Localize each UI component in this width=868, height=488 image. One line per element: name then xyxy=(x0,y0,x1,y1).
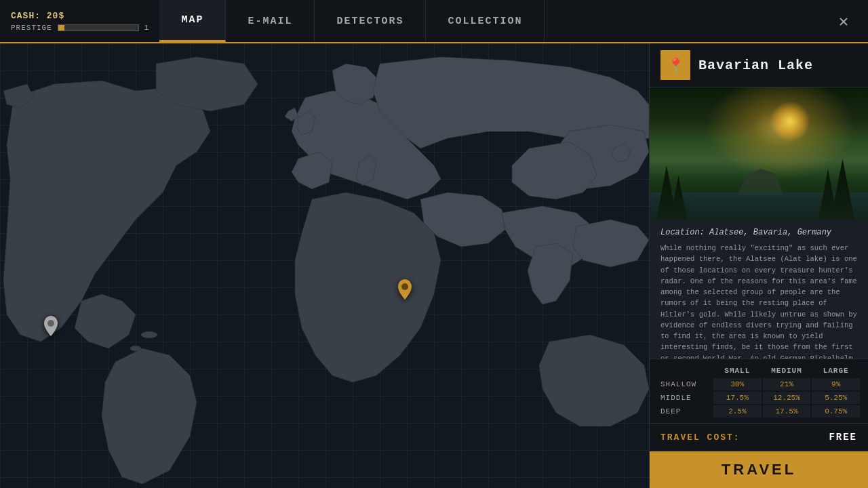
stats-deep-small: 2.5% xyxy=(713,405,762,418)
stats-grid: SMALL MEDIUM LARGE SHALLOW 30% 21% 9% MI… xyxy=(658,365,860,418)
description-area: Location: Alatsee, Bavaria, Germany Whil… xyxy=(650,220,868,359)
tree-1 xyxy=(656,165,677,220)
tab-collection[interactable]: COLLECTION xyxy=(426,0,545,42)
prestige-bar xyxy=(58,24,139,31)
map-pin-europe[interactable] xyxy=(397,279,413,303)
water-reflection xyxy=(650,192,868,220)
cash-label: CASH: 20$ xyxy=(11,11,149,21)
cash-prestige-area: CASH: 20$ PRESTIGE 1 xyxy=(0,11,159,32)
world-map-svg xyxy=(0,43,649,488)
nav-tabs: MAP E-MAIL DETECTORS COLLECTION xyxy=(159,0,545,42)
rock-shape xyxy=(737,162,785,196)
topbar: CASH: 20$ PRESTIGE 1 MAP E-MAIL DETECTOR… xyxy=(0,0,868,43)
stats-deep-large: 0.75% xyxy=(812,405,860,418)
travel-button[interactable]: TRAVEL xyxy=(650,451,868,488)
svg-point-3 xyxy=(47,320,54,327)
stats-shallow-small: 30% xyxy=(713,378,762,390)
tree-2 xyxy=(670,176,687,220)
location-description: While nothing really "exciting" as such … xyxy=(660,243,857,359)
tab-map[interactable]: MAP xyxy=(159,0,226,42)
stats-label-deep: DEEP xyxy=(658,405,712,418)
right-panel: 📍 Bavarian Lake Location: Alatsee, Bavar… xyxy=(649,43,868,488)
map-area[interactable] xyxy=(0,43,649,488)
stats-middle-large: 5.25% xyxy=(812,392,860,404)
close-button[interactable]: ✕ xyxy=(830,7,857,35)
location-image xyxy=(650,87,868,220)
location-subtitle: Location: Alatsee, Bavaria, Germany xyxy=(660,228,857,237)
stats-header-small: SMALL xyxy=(713,365,762,377)
stats-header-large: LARGE xyxy=(812,365,860,377)
sun-glow xyxy=(770,101,810,142)
stats-deep-medium: 17.5% xyxy=(763,405,811,418)
stats-table: SMALL MEDIUM LARGE SHALLOW 30% 21% 9% MI… xyxy=(650,359,868,424)
stats-shallow-medium: 21% xyxy=(763,378,811,390)
pin-icon: 📍 xyxy=(667,57,684,74)
location-header: 📍 Bavarian Lake xyxy=(650,43,868,87)
prestige-label: PRESTIGE xyxy=(11,24,52,32)
travel-cost-label: TRAVEL COST: xyxy=(660,432,741,443)
stats-shallow-large: 9% xyxy=(812,378,860,390)
prestige-bar-fill xyxy=(58,25,64,30)
svg-point-0 xyxy=(141,331,157,338)
stats-middle-medium: 12.25% xyxy=(763,392,811,404)
travel-cost-row: TRAVEL COST: FREE xyxy=(650,424,868,451)
stats-header-empty xyxy=(658,365,712,377)
tree-4 xyxy=(818,169,837,220)
tree-3 xyxy=(831,159,854,220)
tab-detectors[interactable]: DETECTORS xyxy=(315,0,426,42)
stats-middle-small: 17.5% xyxy=(713,392,762,404)
stats-header-medium: MEDIUM xyxy=(763,365,811,377)
map-pin-usa[interactable] xyxy=(43,316,59,340)
stats-label-shallow: SHALLOW xyxy=(658,378,712,390)
tab-email[interactable]: E-MAIL xyxy=(226,0,315,42)
location-name: Bavarian Lake xyxy=(698,58,813,73)
prestige-row: PRESTIGE 1 xyxy=(11,24,149,32)
svg-point-2 xyxy=(401,283,408,290)
prestige-value: 1 xyxy=(144,24,149,32)
travel-cost-value: FREE xyxy=(829,432,857,443)
stats-label-middle: MIDDLE xyxy=(658,392,712,404)
location-icon: 📍 xyxy=(660,50,690,80)
